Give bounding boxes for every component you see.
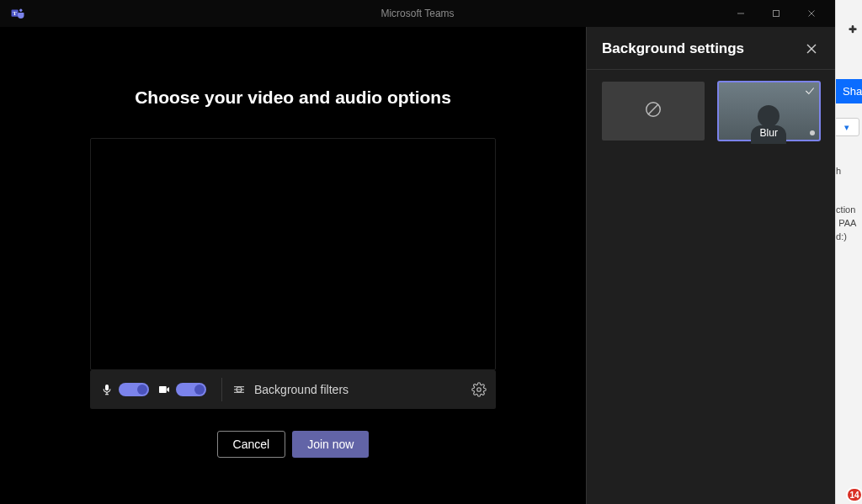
controls-bar: Background filters xyxy=(90,370,496,409)
text-fragment: ection xyxy=(835,204,855,216)
join-now-button[interactable]: Join now xyxy=(292,431,369,458)
mic-toggle[interactable] xyxy=(119,383,149,396)
window-controls xyxy=(724,2,828,25)
svg-point-11 xyxy=(477,388,482,392)
action-row: Cancel Join now xyxy=(217,431,370,458)
none-icon xyxy=(644,100,662,122)
svg-point-2 xyxy=(19,9,22,12)
cancel-button[interactable]: Cancel xyxy=(217,431,286,458)
app-window: T Microsoft Teams Choose your video and … xyxy=(0,0,835,504)
minimize-button[interactable] xyxy=(724,2,758,25)
dropdown-fragment[interactable]: ▾ xyxy=(835,118,859,136)
extension-icon xyxy=(844,24,858,40)
notification-badge: 14 xyxy=(846,487,862,502)
status-dot-icon xyxy=(810,130,815,135)
content: Choose your video and audio options Back… xyxy=(0,27,835,504)
background-options-grid: Blur xyxy=(587,70,835,152)
close-panel-button[interactable] xyxy=(803,40,820,57)
background-option-none[interactable] xyxy=(602,82,705,141)
background-settings-panel: Background settings Blur xyxy=(586,27,835,504)
divider xyxy=(221,378,222,401)
side-header: Background settings xyxy=(587,27,835,70)
background-option-blur[interactable]: Blur xyxy=(718,82,821,141)
blur-preview-avatar-icon xyxy=(758,105,780,127)
camera-icon xyxy=(156,381,173,398)
maximize-button[interactable] xyxy=(759,2,793,25)
share-button-fragment[interactable]: Share xyxy=(836,79,862,103)
background-window-fragment: Share ▾ gh ection e PAA ed:) 14 xyxy=(835,0,862,504)
side-panel-title: Background settings xyxy=(602,40,744,57)
svg-text:T: T xyxy=(13,10,17,16)
text-fragment: gh xyxy=(835,165,841,178)
background-filters-button[interactable]: Background filters xyxy=(231,381,487,398)
titlebar: T Microsoft Teams xyxy=(0,0,835,27)
check-icon xyxy=(804,85,816,100)
mic-icon xyxy=(98,381,115,398)
close-button[interactable] xyxy=(795,2,828,25)
device-settings-button[interactable] xyxy=(471,381,487,398)
video-preview xyxy=(90,138,496,370)
background-filters-label: Background filters xyxy=(254,383,349,396)
window-title: Microsoft Teams xyxy=(380,8,454,19)
page-title: Choose your video and audio options xyxy=(135,88,451,108)
svg-rect-4 xyxy=(774,11,780,17)
background-option-label: Blur xyxy=(760,127,778,139)
text-fragment: e PAA xyxy=(835,217,856,230)
camera-toggle[interactable] xyxy=(176,383,206,396)
background-filters-icon xyxy=(231,381,247,398)
teams-logo-icon: T xyxy=(10,6,25,21)
main-panel: Choose your video and audio options Back… xyxy=(0,27,586,504)
svg-line-15 xyxy=(648,104,658,114)
text-fragment: ed:) xyxy=(835,231,847,243)
